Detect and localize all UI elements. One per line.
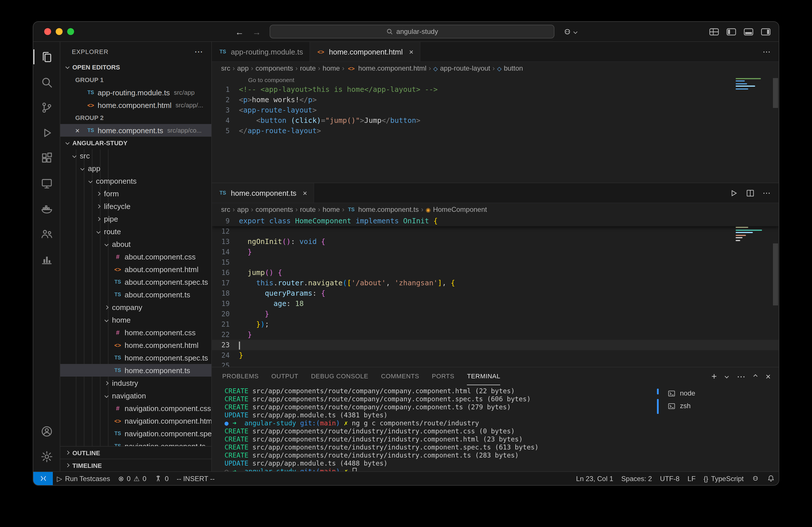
search-icon[interactable] xyxy=(33,70,60,95)
close-icon[interactable]: × xyxy=(303,189,307,197)
breadcrumb-item[interactable]: src xyxy=(221,206,230,214)
tree-item[interactable]: TSnavigation.component.spec.ts xyxy=(60,427,211,440)
close-icon[interactable]: × xyxy=(75,126,86,135)
code-line[interactable]: 4 <button (click)="jump()">Jump</button> xyxy=(212,115,779,126)
breadcrumb-item[interactable]: components xyxy=(256,64,293,72)
tree-item[interactable]: TShome.component.ts xyxy=(60,364,211,377)
terminal-profile-dropdown-icon[interactable] xyxy=(725,374,729,378)
code-editor-html[interactable]: Go to component 1<!-- <app-layout>this i… xyxy=(212,75,779,182)
code-line[interactable]: 13 ngOnInit(): void { xyxy=(212,236,779,247)
language-mode[interactable]: {} TypeScript xyxy=(700,472,748,485)
tree-item[interactable]: lifecycle xyxy=(60,200,211,213)
timeline-section-header[interactable]: TIMELINE xyxy=(60,459,211,471)
code-line[interactable]: 19 age: 18 xyxy=(212,298,779,309)
customize-layout-icon[interactable] xyxy=(709,28,719,35)
remote-explorer-icon[interactable] xyxy=(33,171,60,196)
source-control-icon[interactable] xyxy=(33,95,60,120)
run-testcases-button[interactable]: ▷ Run Testcases xyxy=(53,472,114,485)
panel-tab[interactable]: PROBLEMS xyxy=(222,367,259,385)
indentation[interactable]: Spaces: 2 xyxy=(617,472,656,485)
code-line[interactable]: 14 } xyxy=(212,247,779,257)
tree-item[interactable]: navigation xyxy=(60,389,211,402)
breadcrumb-item[interactable]: components xyxy=(256,206,293,214)
explorer-icon[interactable] xyxy=(33,44,60,70)
panel-tab[interactable]: TERMINAL xyxy=(467,367,500,385)
run-file-icon[interactable] xyxy=(729,189,738,197)
more-actions-icon[interactable]: ⋯ xyxy=(763,188,771,197)
code-line[interactable]: 1<!-- <app-layout>this is home</app-layo… xyxy=(212,84,779,95)
code-line[interactable]: 23 xyxy=(212,340,779,350)
breadcrumb-item[interactable]: app xyxy=(237,206,249,214)
new-terminal-icon[interactable]: + xyxy=(711,371,717,381)
terminal-instance[interactable]: zsh xyxy=(661,399,779,412)
breadcrumb-item[interactable]: home xyxy=(323,206,340,214)
open-editor-item[interactable]: ×TShome.component.tssrc/app/co... xyxy=(60,124,211,137)
close-window-button[interactable] xyxy=(44,28,51,35)
tree-item[interactable]: TShome.component.spec.ts xyxy=(60,351,211,364)
search-box[interactable]: angular-study xyxy=(270,25,554,39)
panel-tab[interactable]: PORTS xyxy=(432,367,454,385)
minimap[interactable] xyxy=(736,76,771,89)
breadcrumb-item[interactable]: route xyxy=(300,64,316,72)
scrollbar[interactable] xyxy=(773,244,778,305)
code-line[interactable]: 24} xyxy=(212,350,779,361)
copilot-status[interactable] xyxy=(748,472,763,485)
tree-item[interactable]: TSabout.component.ts xyxy=(60,288,211,301)
toggle-panel-icon[interactable] xyxy=(744,28,753,35)
tree-item[interactable]: company xyxy=(60,301,211,313)
more-actions-icon[interactable]: ⋯ xyxy=(194,46,203,57)
tree-item[interactable]: #home.component.css xyxy=(60,326,211,339)
extensions-icon[interactable] xyxy=(33,145,60,171)
tree-item[interactable]: TSnavigation.component.ts xyxy=(60,440,211,446)
editor-tab[interactable]: <>home.component.html× xyxy=(310,42,420,61)
code-line[interactable]: 22 } xyxy=(212,330,779,340)
tree-item[interactable]: pipe xyxy=(60,213,211,225)
tree-item[interactable]: about xyxy=(60,238,211,250)
scrollbar[interactable] xyxy=(773,78,778,108)
project-section-header[interactable]: ANGULAR-STUDY xyxy=(60,137,211,149)
code-line[interactable]: 25 xyxy=(212,361,779,367)
maximize-panel-icon[interactable] xyxy=(753,374,757,378)
breadcrumb-item[interactable]: ◉HomeComponent xyxy=(425,206,487,214)
remote-indicator[interactable] xyxy=(33,472,53,485)
tree-item[interactable]: form xyxy=(60,187,211,200)
close-panel-icon[interactable]: × xyxy=(766,371,771,381)
zoom-window-button[interactable] xyxy=(67,28,74,35)
forward-arrow-icon[interactable]: → xyxy=(252,27,261,36)
codelens-link[interactable]: Go to component xyxy=(248,76,779,84)
code-line[interactable]: 2<p>home works!</p> xyxy=(212,95,779,105)
code-line[interactable]: 5</app-route-layout> xyxy=(212,126,779,136)
account-icon[interactable] xyxy=(33,419,60,444)
docker-icon[interactable] xyxy=(33,196,60,221)
tree-item[interactable]: industry xyxy=(60,377,211,389)
code-line[interactable]: 15 xyxy=(212,257,779,267)
breadcrumb-item[interactable]: <>home.component.html xyxy=(347,64,426,72)
tree-item[interactable]: <>about.component.html xyxy=(60,263,211,276)
breadcrumb-item[interactable]: route xyxy=(300,206,316,214)
code-line[interactable]: 20 } xyxy=(212,309,779,319)
tree-item[interactable]: TSabout.component.spec.ts xyxy=(60,276,211,288)
tree-item[interactable]: <>home.component.html xyxy=(60,339,211,351)
code-line[interactable]: 12 xyxy=(212,226,779,236)
code-line[interactable]: 9export class HomeComponent implements O… xyxy=(212,216,779,226)
eol-selector[interactable]: LF xyxy=(684,472,700,485)
tree-item[interactable]: route xyxy=(60,225,211,238)
organization-icon[interactable] xyxy=(33,221,60,246)
ports-indicator[interactable]: 0 xyxy=(150,472,173,485)
tree-item[interactable]: components xyxy=(60,175,211,187)
problems-indicator[interactable]: ⊗ 0 ⚠ 0 xyxy=(114,472,150,485)
open-editor-item[interactable]: <>home.component.htmlsrc/app/... xyxy=(60,99,211,112)
notifications[interactable] xyxy=(763,472,779,485)
cursor-position[interactable]: Ln 23, Col 1 xyxy=(572,472,617,485)
breadcrumb-item[interactable]: ◇button xyxy=(497,64,523,72)
split-editor-icon[interactable] xyxy=(746,189,755,197)
sticky-scroll[interactable]: 9export class HomeComponent implements O… xyxy=(212,216,779,226)
close-icon[interactable]: × xyxy=(409,47,414,56)
minimize-window-button[interactable] xyxy=(56,28,62,35)
tree-item[interactable]: home xyxy=(60,313,211,326)
more-actions-icon[interactable]: ⋯ xyxy=(737,371,745,381)
toggle-sidebar-icon[interactable] xyxy=(726,28,736,35)
code-line[interactable]: 17 this.router.navigate(['/about', 'zhan… xyxy=(212,278,779,288)
open-editor-item[interactable]: TSapp-routing.module.tssrc/app xyxy=(60,86,211,99)
more-actions-icon[interactable]: ⋯ xyxy=(763,47,771,56)
